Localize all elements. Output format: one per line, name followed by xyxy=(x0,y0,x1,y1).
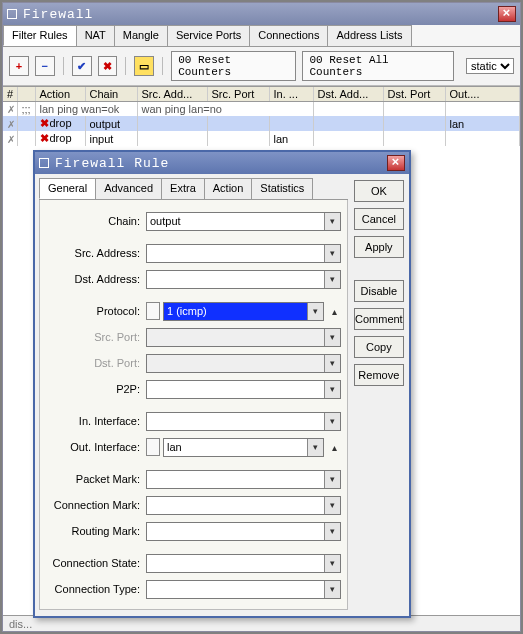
add-button[interactable]: + xyxy=(9,56,29,76)
apply-button[interactable]: Apply xyxy=(354,236,404,258)
tab-action[interactable]: Action xyxy=(204,178,253,199)
invert-toggle[interactable] xyxy=(146,302,160,320)
copy-button[interactable]: Copy xyxy=(354,336,404,358)
disable-button[interactable]: Disable xyxy=(354,280,404,302)
tab-mangle[interactable]: Mangle xyxy=(114,25,168,46)
enable-button[interactable]: ✔ xyxy=(72,56,92,76)
connection-type-field[interactable] xyxy=(146,580,341,599)
col-in[interactable]: In. ... xyxy=(269,87,313,102)
tab-general[interactable]: General xyxy=(39,178,96,199)
routing-mark-field[interactable] xyxy=(146,522,341,541)
label-chain: Chain: xyxy=(46,215,146,227)
reset-all-counters-button[interactable]: 00 Reset All Counters xyxy=(302,51,453,81)
cancel-button[interactable]: Cancel xyxy=(354,208,404,230)
grid-header[interactable]: # Action Chain Src. Add... Src. Port In.… xyxy=(3,87,520,102)
col-dst-port[interactable]: Dst. Port xyxy=(383,87,445,102)
label-in-interface: In. Interface: xyxy=(46,415,146,427)
packet-mark-field[interactable] xyxy=(146,470,341,489)
chain-field[interactable] xyxy=(146,212,341,231)
comment-button[interactable]: Comment xyxy=(354,308,404,330)
remove-button[interactable]: Remove xyxy=(354,364,404,386)
label-dst-address: Dst. Address: xyxy=(46,273,146,285)
invert-toggle[interactable] xyxy=(146,438,160,456)
chevron-down-icon[interactable]: ▾ xyxy=(307,303,323,320)
col-dst-addr[interactable]: Dst. Add... xyxy=(313,87,383,102)
label-connection-type: Connection Type: xyxy=(46,583,146,595)
tab-address-lists[interactable]: Address Lists xyxy=(327,25,411,46)
chevron-down-icon[interactable]: ▾ xyxy=(324,497,340,514)
col-out[interactable]: Out.... xyxy=(445,87,520,102)
chevron-down-icon[interactable]: ▾ xyxy=(324,329,340,346)
tab-service-ports[interactable]: Service Ports xyxy=(167,25,250,46)
chevron-down-icon[interactable]: ▾ xyxy=(324,245,340,262)
close-icon[interactable]: × xyxy=(498,6,516,22)
label-src-port: Src. Port: xyxy=(46,331,146,343)
col-action[interactable]: Action xyxy=(35,87,85,102)
label-src-address: Src. Address: xyxy=(46,247,146,259)
out-interface-field[interactable] xyxy=(163,438,324,457)
status-input[interactable] xyxy=(7,617,516,631)
tab-statistics[interactable]: Statistics xyxy=(251,178,313,199)
chevron-down-icon[interactable]: ▾ xyxy=(324,471,340,488)
drop-icon: ✖ xyxy=(40,117,50,130)
dialog-titlebar[interactable]: Firewall Rule × xyxy=(35,152,409,174)
chevron-down-icon[interactable]: ▾ xyxy=(324,581,340,598)
drop-icon: ✖ xyxy=(40,132,50,145)
chevron-down-icon[interactable]: ▾ xyxy=(324,555,340,572)
chevron-down-icon[interactable]: ▾ xyxy=(324,271,340,288)
chevron-down-icon[interactable]: ▾ xyxy=(324,523,340,540)
table-row[interactable]: ✗ ;;; lan ping wan=ok wan ping lan=no xyxy=(3,102,520,117)
label-packet-mark: Packet Mark: xyxy=(46,473,146,485)
col-src-port[interactable]: Src. Port xyxy=(207,87,269,102)
tab-advanced[interactable]: Advanced xyxy=(95,178,162,199)
table-row[interactable]: ✗ ✖drop input lan xyxy=(3,131,520,146)
chevron-down-icon[interactable]: ▾ xyxy=(324,355,340,372)
reset-counters-button[interactable]: 00 Reset Counters xyxy=(171,51,296,81)
firewall-rule-dialog: Firewall Rule × General Advanced Extra A… xyxy=(33,150,411,618)
row-marker: ✗ xyxy=(7,104,15,115)
chevron-down-icon[interactable]: ▾ xyxy=(307,439,323,456)
tab-filter-rules[interactable]: Filter Rules xyxy=(3,25,77,46)
p2p-field[interactable] xyxy=(146,380,341,399)
row-marker: ✗ xyxy=(7,119,15,130)
toolbar: + − ✔ ✖ ▭ 00 Reset Counters 00 Reset All… xyxy=(3,47,520,86)
dialog-title: Firewall Rule xyxy=(55,156,387,171)
dst-address-field[interactable] xyxy=(146,270,341,289)
tab-nat[interactable]: NAT xyxy=(76,25,115,46)
window-icon xyxy=(7,9,17,19)
in-interface-field[interactable] xyxy=(146,412,341,431)
up-arrow-icon[interactable]: ▴ xyxy=(327,438,341,456)
close-icon[interactable]: × xyxy=(387,155,405,171)
protocol-field[interactable] xyxy=(163,302,324,321)
disable-button[interactable]: ✖ xyxy=(98,56,118,76)
tab-connections[interactable]: Connections xyxy=(249,25,328,46)
tab-extra[interactable]: Extra xyxy=(161,178,205,199)
row-marker: ✗ xyxy=(7,134,15,145)
comment-button[interactable]: ▭ xyxy=(134,56,154,76)
col-flag[interactable] xyxy=(17,87,35,102)
chevron-down-icon[interactable]: ▾ xyxy=(324,381,340,398)
table-row[interactable]: ✗ ✖drop output lan xyxy=(3,116,520,131)
up-arrow-icon[interactable]: ▴ xyxy=(327,302,341,320)
remove-button[interactable]: − xyxy=(35,56,55,76)
src-address-field[interactable] xyxy=(146,244,341,263)
window-title: Firewall xyxy=(23,7,498,22)
dialog-buttons: OK Cancel Apply Disable Comment Copy Rem… xyxy=(352,174,410,616)
filter-select[interactable]: static xyxy=(466,58,514,74)
dialog-form: Chain: ▾ Src. Address: ▾ xyxy=(39,200,348,610)
col-chain[interactable]: Chain xyxy=(85,87,137,102)
col-src-addr[interactable]: Src. Add... xyxy=(137,87,207,102)
label-protocol: Protocol: xyxy=(46,305,146,317)
main-tabs: Filter Rules NAT Mangle Service Ports Co… xyxy=(3,25,520,47)
connection-mark-field[interactable] xyxy=(146,496,341,515)
titlebar[interactable]: Firewall × xyxy=(3,3,520,25)
window-icon xyxy=(39,158,49,168)
label-dst-port: Dst. Port: xyxy=(46,357,146,369)
ok-button[interactable]: OK xyxy=(354,180,404,202)
chevron-down-icon[interactable]: ▾ xyxy=(324,413,340,430)
label-out-interface: Out. Interface: xyxy=(46,441,146,453)
chevron-down-icon[interactable]: ▾ xyxy=(324,213,340,230)
label-connection-state: Connection State: xyxy=(46,557,146,569)
col-hash[interactable]: # xyxy=(3,87,17,102)
connection-state-field[interactable] xyxy=(146,554,341,573)
